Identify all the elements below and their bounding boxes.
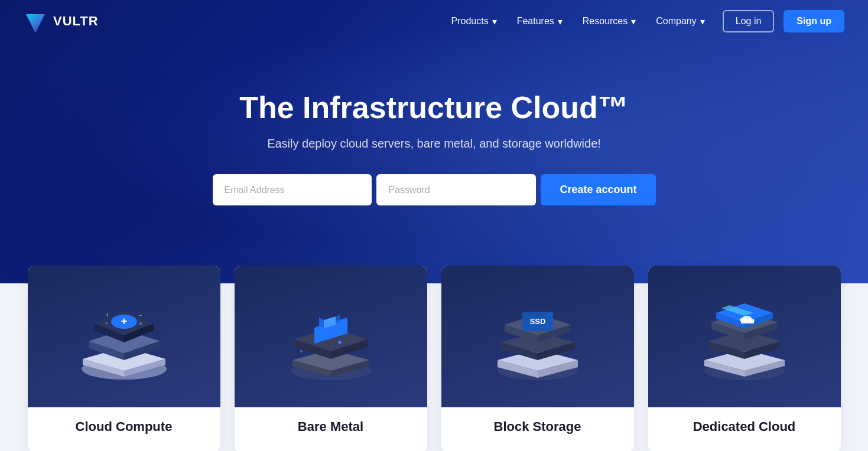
nav-item-resources[interactable]: Resources ▾ [576, 11, 644, 31]
svg-text:+: + [121, 315, 127, 327]
card-label-block-storage: Block Storage [441, 407, 634, 434]
card-image-bare-metal [235, 266, 427, 407]
logo-text: VULTR [53, 14, 99, 29]
hero-section: The Infrastructure Cloud™ Easily deploy … [0, 0, 868, 283]
navbar: VULTR Products ▾ Features ▾ Resources ▾ … [0, 0, 868, 43]
svg-text:−: − [139, 312, 142, 319]
card-image-block-storage: SSD [441, 266, 634, 407]
signup-button[interactable]: Sign up [784, 10, 844, 32]
chevron-down-icon: ▾ [557, 18, 564, 25]
hero-title: The Infrastructure Cloud™ [239, 90, 629, 125]
hero-subtitle: Easily deploy cloud servers, bare metal,… [267, 137, 601, 151]
card-label-cloud-compute: Cloud Compute [28, 407, 220, 434]
login-button[interactable]: Log in [723, 10, 775, 32]
card-block-storage[interactable]: SSD Block Storage [441, 266, 634, 451]
card-image-cloud-compute: + + ÷ − × [28, 266, 220, 407]
card-bare-metal[interactable]: Bare Metal [235, 266, 427, 451]
svg-text:×: × [139, 321, 142, 327]
chevron-down-icon: ▾ [491, 18, 498, 25]
nav-item-products[interactable]: Products ▾ [444, 11, 505, 31]
card-image-dedicated-cloud [648, 266, 841, 407]
svg-point-11 [338, 341, 342, 344]
email-input[interactable] [213, 174, 372, 205]
svg-marker-0 [26, 14, 45, 33]
logo-icon [24, 9, 47, 33]
svg-text:÷: ÷ [105, 321, 109, 327]
logo-link[interactable]: VULTR [24, 9, 99, 33]
cards-grid: + + ÷ − × Cloud Compute [21, 283, 848, 451]
card-dedicated-cloud[interactable]: Dedicated Cloud [648, 266, 841, 451]
svg-point-12 [300, 350, 303, 352]
nav-item-features[interactable]: Features ▾ [510, 11, 571, 31]
card-cloud-compute[interactable]: + + ÷ − × Cloud Compute [28, 266, 220, 451]
product-cards-section: + + ÷ − × Cloud Compute [0, 283, 868, 451]
hero-form: Create account [213, 174, 656, 205]
card-label-dedicated-cloud: Dedicated Cloud [648, 407, 841, 434]
chevron-down-icon: ▾ [699, 18, 706, 25]
nav-item-company[interactable]: Company ▾ [649, 11, 713, 31]
nav-links: Products ▾ Features ▾ Resources ▾ Compan… [444, 10, 845, 32]
create-account-button[interactable]: Create account [541, 174, 655, 205]
password-input[interactable] [376, 174, 536, 205]
svg-text:+: + [105, 311, 109, 319]
svg-rect-20 [741, 321, 754, 323]
card-label-bare-metal: Bare Metal [235, 407, 427, 434]
svg-text:SSD: SSD [529, 317, 545, 326]
chevron-down-icon: ▾ [630, 18, 637, 25]
